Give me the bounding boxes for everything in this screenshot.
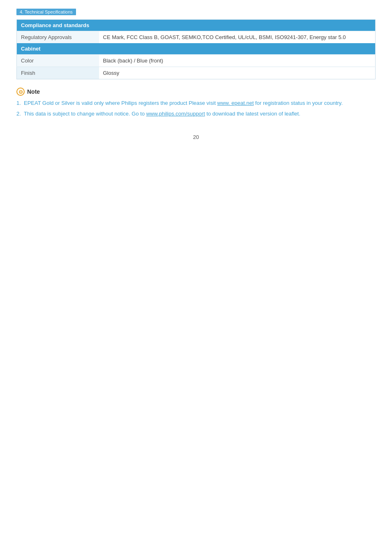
page-number: 20	[16, 134, 376, 140]
category-label: Cabinet	[17, 43, 376, 55]
note-item: This data is subject to change without n…	[16, 110, 376, 118]
note-link[interactable]: www.philips.com/support	[146, 111, 205, 117]
row-label: Color	[17, 55, 99, 67]
table-row: ColorBlack (back) / Blue (front)	[17, 55, 376, 67]
note-icon: ⊝	[16, 88, 25, 96]
note-section: ⊝ Note EPEAT Gold or Silver is valid onl…	[16, 88, 376, 118]
note-title: ⊝ Note	[16, 88, 376, 96]
row-label: Finish	[17, 67, 99, 79]
category-label: Compliance and standards	[17, 20, 376, 31]
row-value: CE Mark, FCC Class B, GOAST, SEMKO,TCO C…	[99, 31, 376, 44]
note-link[interactable]: www. epeat.net	[217, 100, 254, 106]
note-title-text: Note	[27, 88, 40, 95]
table-category-row: Compliance and standards	[17, 20, 376, 31]
table-row: Regulatory ApprovalsCE Mark, FCC Class B…	[17, 31, 376, 44]
note-item: EPEAT Gold or Silver is valid only where…	[16, 99, 376, 107]
table-row: FinishGlossy	[17, 67, 376, 79]
row-label: Regulatory Approvals	[17, 31, 99, 44]
row-value: Glossy	[99, 67, 376, 79]
section-header-label: 4. Technical Specifications	[16, 9, 76, 15]
row-value: Black (back) / Blue (front)	[99, 55, 376, 67]
table-category-row: Cabinet	[17, 43, 376, 55]
note-list: EPEAT Gold or Silver is valid only where…	[16, 99, 376, 118]
spec-table: Compliance and standardsRegulatory Appro…	[16, 19, 376, 79]
